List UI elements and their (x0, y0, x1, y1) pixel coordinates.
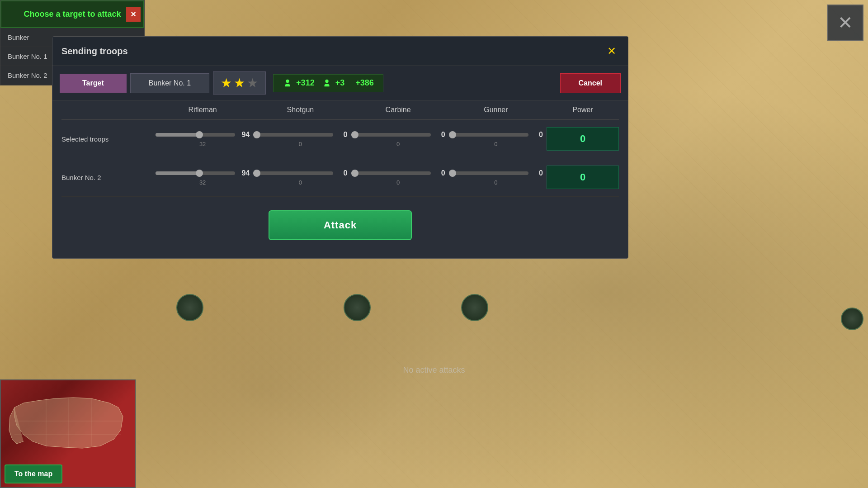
shotgun-value-selected: 0 (337, 131, 348, 139)
power-value-selected: 0 (547, 127, 619, 151)
table-row: Selected troops 94 32 (61, 120, 619, 158)
gunner-slider-bunker2[interactable]: 0 0 (449, 169, 543, 186)
to-map-button[interactable]: To the map (5, 464, 62, 483)
star-filled-2: ★ (234, 76, 245, 90)
modal-header: Sending troops ✕ (52, 37, 628, 66)
shotgun-min-bunker2: 0 (299, 179, 302, 186)
choose-target-button[interactable]: Choose a target to attack (0, 0, 144, 28)
attack-button[interactable]: Attack (269, 210, 412, 240)
header-carbine: Carbine (351, 106, 445, 114)
gunner-min-selected: 0 (494, 141, 497, 147)
header-shotgun: Shotgun (253, 106, 347, 114)
carbine-value-selected: 0 (434, 131, 445, 139)
sending-troops-modal: Sending troops ✕ Target Bunker No. 1 ★ ★… (52, 36, 628, 259)
header-gunner: Gunner (449, 106, 543, 114)
rifleman-value-selected: 94 (239, 131, 250, 139)
top-left-close-button[interactable]: × (126, 7, 141, 22)
table-row: Bunker No. 2 94 32 (61, 158, 619, 197)
rifleman-min-bunker2: 32 (199, 179, 206, 186)
soldiers-icon (283, 78, 292, 88)
header-rifleman: Rifleman (156, 106, 250, 114)
shotgun-value-bunker2: 0 (337, 169, 348, 177)
rifleman-slider-selected[interactable]: 94 32 (156, 131, 250, 147)
map-element-2 (344, 294, 371, 321)
top-right-close-button[interactable]: ✕ (827, 5, 863, 41)
troops-table: Rifleman Shotgun Carbine Gunner Power Se… (52, 100, 628, 258)
cancel-button[interactable]: Cancel (560, 73, 621, 93)
shotgun-slider-selected[interactable]: 0 0 (253, 131, 347, 147)
header-power: Power (547, 106, 619, 114)
map-element-3 (461, 294, 488, 321)
carbine-min-selected: 0 (396, 141, 400, 147)
rifleman-slider-bunker2[interactable]: 94 32 (156, 169, 250, 186)
star-filled-1: ★ (221, 76, 232, 90)
star-empty-1: ★ (247, 76, 258, 90)
no-attacks-text: No active attacks (403, 365, 465, 375)
gunner-value-selected: 0 (532, 131, 543, 139)
gunner-min-bunker2: 0 (494, 179, 497, 186)
svg-point-5 (286, 79, 289, 82)
tab-bar: Target Bunker No. 1 ★ ★ ★ +312 +3 +386 C… (52, 66, 628, 100)
svg-point-6 (325, 79, 328, 82)
row-label-bunker2: Bunker No. 2 (61, 174, 152, 181)
gunner-slider-selected[interactable]: 0 0 (449, 131, 543, 147)
map-element-4 (841, 308, 863, 330)
rifleman-value-bunker2: 94 (239, 169, 250, 177)
carbine-slider-bunker2[interactable]: 0 0 (351, 169, 445, 186)
power-count: +386 (355, 78, 374, 88)
modal-title: Sending troops (61, 46, 128, 57)
stars-rating: ★ ★ ★ (213, 71, 266, 95)
troops-info-bar: +312 +3 +386 (273, 74, 383, 92)
carbine-value-bunker2: 0 (434, 169, 445, 177)
header-empty (61, 106, 152, 114)
map-element-1 (176, 294, 203, 321)
tab-bunker1[interactable]: Bunker No. 1 (130, 73, 209, 93)
soldiers-count: +312 (296, 78, 315, 88)
table-header: Rifleman Shotgun Carbine Gunner Power (61, 100, 619, 120)
mini-map: To the map (0, 379, 136, 488)
shotgun-min-selected: 0 (299, 141, 302, 147)
commanders-count: +3 (335, 78, 345, 88)
gunner-value-bunker2: 0 (532, 169, 543, 177)
rifleman-min-selected: 32 (199, 141, 206, 147)
shotgun-slider-bunker2[interactable]: 0 0 (253, 169, 347, 186)
modal-close-button[interactable]: ✕ (604, 44, 619, 58)
carbine-slider-selected[interactable]: 0 0 (351, 131, 445, 147)
row-label-selected: Selected troops (61, 135, 152, 143)
attack-button-container: Attack (61, 197, 619, 249)
commanders-icon (322, 78, 332, 88)
carbine-min-bunker2: 0 (396, 179, 400, 186)
power-value-bunker2: 0 (547, 166, 619, 189)
tab-target[interactable]: Target (60, 74, 127, 93)
